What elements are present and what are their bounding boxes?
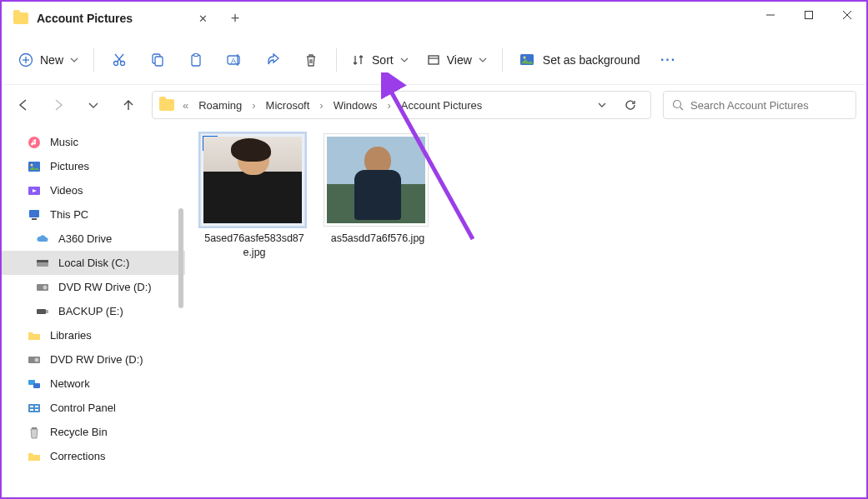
cut-button[interactable]	[101, 43, 138, 77]
more-button[interactable]: ···	[652, 43, 685, 77]
breadcrumb-item[interactable]: Windows	[330, 97, 381, 113]
file-thumbnail	[324, 133, 429, 227]
svg-rect-44	[35, 409, 38, 411]
sidebar-item-corrections[interactable]: Corrections	[2, 444, 185, 468]
file-item[interactable]: 5ased76asfe583sd87e.jpg	[200, 133, 309, 260]
close-tab-icon[interactable]: ✕	[197, 12, 208, 24]
back-button[interactable]	[12, 93, 35, 117]
sidebar-item-recyclebin[interactable]: Recycle Bin	[2, 420, 185, 444]
sidebar-item-libraries[interactable]: Libraries	[2, 323, 185, 347]
sidebar-label: DVD RW Drive (D:)	[50, 353, 143, 366]
sidebar-item-pictures[interactable]: Pictures	[2, 154, 185, 178]
svg-rect-28	[29, 210, 39, 217]
sidebar-label: A360 Drive	[58, 232, 112, 245]
separator	[93, 48, 94, 72]
sidebar-item-a360[interactable]: A360 Drive	[2, 227, 185, 251]
copy-button[interactable]	[139, 43, 176, 77]
svg-rect-31	[37, 260, 48, 262]
new-button[interactable]: New	[10, 43, 87, 77]
svg-point-8	[121, 61, 125, 65]
copy-icon	[150, 52, 165, 67]
sidebar-item-backup[interactable]: BACKUP (E:)	[2, 299, 185, 323]
sidebar-label: Pictures	[50, 160, 89, 172]
share-button[interactable]	[254, 43, 291, 77]
nav-row: « Roaming › Microsoft › Windows › Accoun…	[2, 85, 866, 125]
rename-button[interactable]: A	[216, 43, 253, 77]
sidebar-item-network[interactable]: Network	[2, 372, 185, 396]
chevron-down-icon[interactable]	[592, 100, 612, 110]
delete-button[interactable]	[293, 43, 329, 77]
svg-rect-1	[805, 12, 813, 19]
sidebar-item-localdisk[interactable]: Local Disk (C:)	[2, 251, 185, 275]
search-icon	[672, 99, 684, 111]
sort-button[interactable]: Sort	[344, 43, 417, 77]
sidebar-label: Local Disk (C:)	[58, 257, 129, 269]
videos-icon	[27, 183, 42, 198]
sidebar-label: Network	[50, 377, 90, 390]
sidebar-label: Music	[50, 136, 78, 148]
sidebar-item-music[interactable]: Music	[2, 130, 185, 154]
sidebar-label: Libraries	[50, 329, 92, 342]
tab-title: Account Pictures	[37, 12, 133, 25]
chevron-down-icon	[70, 56, 78, 64]
breadcrumb[interactable]: « Roaming › Microsoft › Windows › Accoun…	[152, 91, 651, 119]
toolbar: New A Sort View Set as background ···	[2, 35, 866, 85]
dvd-icon	[35, 280, 50, 295]
new-tab-button[interactable]: +	[218, 2, 252, 35]
plus-circle-icon	[18, 52, 33, 67]
file-name: as5asdd7a6f576.jpg	[324, 232, 432, 246]
sidebar-item-controlpanel[interactable]: Control Panel	[2, 396, 185, 420]
sidebar-item-dvd[interactable]: DVD RW Drive (D:)	[2, 275, 185, 299]
search-box[interactable]	[663, 91, 856, 119]
breadcrumb-item[interactable]: Microsoft	[263, 97, 314, 113]
svg-text:A: A	[231, 57, 236, 65]
cloud-icon	[35, 232, 50, 247]
file-item[interactable]: as5asdd7a6f576.jpg	[324, 133, 432, 246]
sidebar-label: Videos	[50, 184, 83, 197]
svg-rect-34	[37, 309, 46, 314]
chevron-right-icon: ›	[385, 99, 392, 112]
window-controls	[751, 2, 866, 35]
content: Music Pictures Videos This PC A360 Drive…	[2, 125, 866, 497]
pictures-icon	[27, 159, 42, 174]
svg-point-21	[523, 56, 525, 58]
sidebar-item-dvd2[interactable]: DVD RW Drive (D:)	[2, 347, 185, 372]
paste-icon	[188, 52, 203, 67]
minimize-button[interactable]	[751, 2, 790, 28]
svg-line-23	[680, 107, 684, 111]
svg-rect-41	[30, 406, 33, 407]
svg-rect-29	[32, 218, 37, 220]
file-name: 5ased76asfe583sd87e.jpg	[200, 232, 309, 260]
recent-button[interactable]	[82, 93, 105, 117]
folder-icon	[159, 99, 174, 111]
dvd-icon	[27, 352, 42, 367]
svg-rect-18	[429, 56, 439, 64]
close-window-button[interactable]	[828, 2, 866, 28]
breadcrumb-item[interactable]: Account Pictures	[398, 97, 486, 113]
paste-button[interactable]	[178, 43, 214, 77]
refresh-button[interactable]	[617, 98, 644, 112]
sidebar-label: This PC	[50, 208, 88, 221]
separator	[502, 48, 503, 72]
chevron-down-icon	[400, 56, 409, 64]
svg-point-7	[114, 61, 118, 65]
breadcrumb-item[interactable]: Roaming	[195, 97, 245, 113]
music-icon	[27, 135, 42, 150]
svg-rect-12	[155, 57, 163, 66]
forward-button[interactable]	[47, 93, 70, 117]
view-label: View	[447, 53, 472, 67]
sidebar-label: Recycle Bin	[50, 426, 108, 438]
set-background-button[interactable]: Set as background	[509, 43, 650, 77]
up-button[interactable]	[117, 93, 140, 117]
maximize-button[interactable]	[790, 2, 828, 28]
svg-rect-39	[33, 383, 40, 388]
scrollbar-thumb[interactable]	[178, 208, 183, 308]
tab-active[interactable]: Account Pictures ✕	[2, 2, 218, 35]
search-input[interactable]	[690, 99, 847, 112]
sidebar-item-videos[interactable]: Videos	[2, 178, 185, 202]
svg-rect-42	[35, 406, 38, 407]
view-button[interactable]: View	[419, 43, 495, 77]
folder-icon	[27, 449, 42, 464]
sidebar-item-thispc[interactable]: This PC	[2, 202, 185, 227]
rename-icon: A	[226, 52, 243, 67]
